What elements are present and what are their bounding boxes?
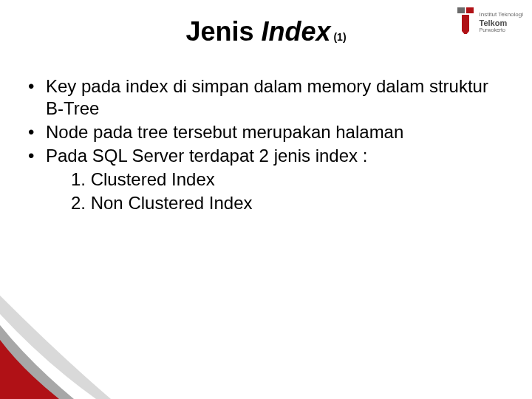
bullet-list: Key pada index di simpan dalam memory da… — [27, 75, 510, 167]
list-item: Pada SQL Server terdapat 2 jenis index : — [27, 145, 510, 167]
list-item: 2. Non Clustered Index — [71, 192, 510, 214]
logo-line2: Telkom — [480, 18, 523, 27]
svg-marker-3 — [0, 332, 66, 399]
slide-title: Jenis Index (1) — [0, 16, 532, 47]
title-word2: Index — [262, 16, 331, 47]
logo-line1: Institut Teknologi — [480, 11, 523, 18]
svg-rect-2 — [462, 15, 469, 31]
title-counter: (1) — [331, 31, 347, 43]
telkom-logo-icon — [457, 7, 477, 34]
numbered-list: 1. Clustered Index 2. Non Clustered Inde… — [27, 168, 510, 214]
list-item: Key pada index di simpan dalam memory da… — [27, 75, 510, 120]
decorative-corner — [0, 251, 148, 399]
list-item: 1. Clustered Index — [71, 168, 510, 191]
svg-rect-1 — [466, 7, 474, 13]
title-word1: Jenis — [185, 16, 261, 47]
list-item: Node pada tree tersebut merupakan halama… — [27, 121, 510, 143]
logo-line3: Purwokerto — [480, 27, 505, 33]
slide-title-area: Jenis Index (1) — [0, 0, 532, 47]
logo-text: Institut Teknologi Telkom Purwokerto — [480, 7, 523, 34]
slide-content: Key pada index di simpan dalam memory da… — [0, 47, 532, 214]
institution-logo: Institut Teknologi Telkom Purwokerto — [457, 7, 523, 34]
svg-rect-0 — [457, 7, 465, 13]
